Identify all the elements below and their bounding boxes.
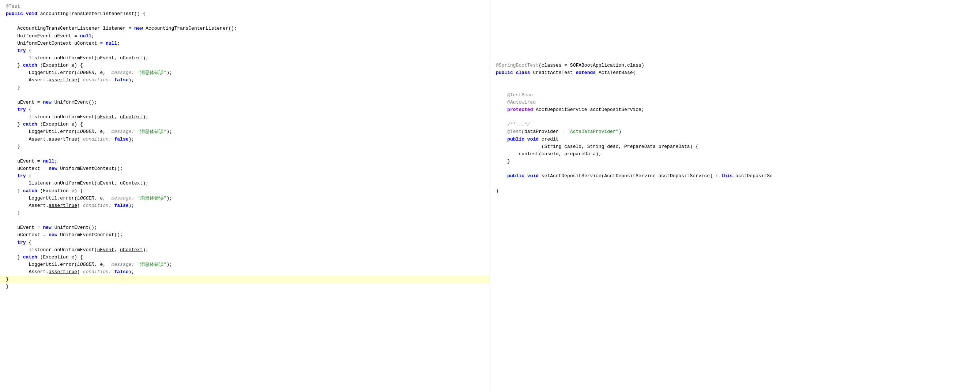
code-line: public void accountingTransCenterListene…	[0, 10, 490, 18]
code-line: uEvent = new UniformEvent();	[0, 224, 490, 231]
code-line	[490, 47, 980, 54]
code-line: }	[490, 187, 980, 195]
code-line	[490, 113, 980, 121]
code-line: } catch (Exception e) {	[0, 187, 490, 195]
annotation-text: @Test	[6, 3, 20, 10]
code-line-highlighted: }	[0, 276, 490, 283]
code-line	[490, 3, 980, 10]
code-line: uContext = new UniformEventContext();	[0, 165, 490, 172]
code-line: try {	[0, 239, 490, 246]
code-line	[490, 40, 980, 47]
code-line: public class CreditActsTest extends Acts…	[490, 69, 980, 77]
code-line	[0, 91, 490, 99]
code-line	[490, 54, 980, 62]
code-line: @Test (dataProvider = "ActsDataProvider"…	[490, 128, 980, 136]
code-line: (String caseId, String desc, PrepareData…	[490, 143, 980, 150]
code-line: protected AcctDepositService acctDeposit…	[490, 106, 980, 113]
code-line: LoggerUtil.error(LOGGER, e, message: "消息…	[0, 261, 490, 268]
left-pane: @Test public void accountingTransCenterL…	[0, 0, 490, 391]
code-line: } catch (Exception e) {	[0, 121, 490, 128]
code-line: AccountingTransCenterListener listener =…	[0, 25, 490, 32]
code-line: Assert. assertTrue ( condition: false );	[0, 202, 490, 209]
code-line: @Autowired	[490, 99, 980, 106]
code-line: LoggerUtil.error(LOGGER, e, message: "消息…	[0, 195, 490, 202]
code-line	[490, 165, 980, 172]
code-line: }	[0, 209, 490, 217]
code-line: } catch (Exception e) {	[0, 254, 490, 261]
code-line	[490, 77, 980, 84]
code-line: listener.onUniformEvent(uEvent, uContext…	[0, 180, 490, 187]
code-line	[490, 10, 980, 18]
code-line: UniformEventContext uContext = null ;	[0, 40, 490, 47]
code-line: listener.onUniformEvent(uEvent, uContext…	[0, 54, 490, 62]
code-line: @TestBean	[490, 91, 980, 99]
code-line: runTest(caseId, prepareData);	[490, 150, 980, 158]
code-line: LoggerUtil.error(LOGGER, e, message: "消息…	[0, 128, 490, 136]
code-line: }	[0, 143, 490, 150]
code-line	[490, 25, 980, 32]
code-line: @Test	[0, 3, 490, 10]
code-line: }	[0, 84, 490, 91]
code-line: uEvent = new UniformEvent();	[0, 99, 490, 106]
code-line: LoggerUtil.error(LOGGER, e, message: "消息…	[0, 69, 490, 77]
code-line: Assert. assertTrue ( condition: false );	[0, 77, 490, 84]
code-line	[0, 18, 490, 25]
code-line	[490, 33, 980, 40]
code-line: Assert. assertTrue ( condition: false );	[0, 136, 490, 143]
code-line: uContext = new UniformEventContext();	[0, 231, 490, 239]
code-line: listener.onUniformEvent(uEvent, uContext…	[0, 246, 490, 254]
code-line: uEvent = null ;	[0, 158, 490, 165]
code-line: }	[0, 283, 490, 290]
code-line: public void setAcctDepositService(AcctDe…	[490, 172, 980, 180]
code-line	[490, 18, 980, 25]
code-line: Assert. assertTrue ( condition: false );	[0, 268, 490, 276]
code-line: UniformEvent uEvent = null ;	[0, 33, 490, 40]
code-line	[0, 217, 490, 224]
code-line: public void credit	[490, 136, 980, 143]
code-line	[490, 84, 980, 91]
code-line: }	[490, 158, 980, 165]
right-pane: @SpringBootTest (classes = SOFABootAppli…	[490, 0, 980, 391]
code-line: try {	[0, 106, 490, 113]
editor-container: @Test public void accountingTransCenterL…	[0, 0, 980, 391]
code-line	[490, 180, 980, 187]
code-line: } catch (Exception e) {	[0, 62, 490, 69]
code-line: listener.onUniformEvent(uEvent, uContext…	[0, 113, 490, 121]
code-line: try {	[0, 172, 490, 180]
code-line: try {	[0, 47, 490, 54]
code-line	[0, 150, 490, 158]
code-line: @SpringBootTest (classes = SOFABootAppli…	[490, 62, 980, 69]
code-line: /**...*/	[490, 121, 980, 128]
